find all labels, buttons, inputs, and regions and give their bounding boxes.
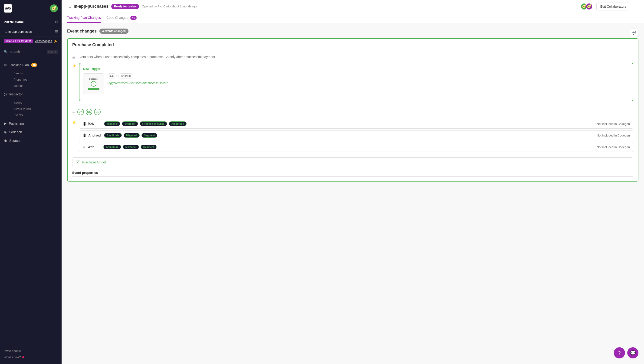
- review-badge-row: READY FOR REVIEW View changes ➤: [0, 36, 62, 47]
- publishing-label: Publishing: [9, 122, 24, 125]
- source-tag-segment-ios: Segment: [122, 122, 138, 126]
- sidebar-item-tracking-plan[interactable]: ⊕ Tracking Plan 18: [0, 60, 62, 69]
- source-tag-segment-web: Segment: [141, 144, 157, 149]
- sidebar-item-events[interactable]: Events: [10, 70, 62, 76]
- sources-icon: ◉: [4, 138, 7, 143]
- sidebar-item-inspector-events[interactable]: Events: [10, 112, 62, 118]
- main-panel: ⌥ in-app-purchases Ready for review Open…: [62, 0, 644, 364]
- more-options-button[interactable]: ⋮: [634, 4, 638, 9]
- ios-device-icon: 📱: [83, 122, 86, 126]
- event-properties-label: Event properties: [72, 171, 633, 174]
- view-changes-button[interactable]: View changes: [35, 40, 52, 43]
- sidebar-item-publishing[interactable]: ▶ Publishing: [0, 119, 62, 128]
- inspector-icon: ◎: [4, 92, 7, 96]
- tabs-bar: Tracking Plan Changes Code Changes 41: [62, 13, 644, 23]
- codegen-label: Codegen: [9, 130, 22, 134]
- source-tag-amplitude-ios: Amplitude: [169, 122, 187, 126]
- source-tag-firebase-ios: Firebase analytics: [140, 122, 167, 126]
- avatar-2: 🥑: [586, 3, 593, 10]
- pr-title: in-app-purchases: [74, 4, 109, 9]
- search-bar[interactable]: 🔍 Search cmd+k: [0, 47, 62, 57]
- branch-menu-icon[interactable]: ☰: [55, 30, 58, 34]
- funnel-name: Purchase funnel: [82, 160, 106, 164]
- arrow-indicator-icon: ➤: [54, 38, 58, 44]
- event-card-header: Purchase Completed: [68, 39, 638, 51]
- sidebar-logo: avo: [4, 4, 12, 12]
- sidebar-item-saved-views[interactable]: Saved Views: [10, 106, 62, 112]
- review-badge: READY FOR REVIEW: [4, 39, 33, 43]
- sources-label: Sources: [9, 139, 21, 142]
- source-row-ios: 📱 iOS Mixpanel Segment Firebase analytic…: [79, 119, 633, 128]
- tag-de: DE: [94, 109, 101, 115]
- sources-section-icon: ⭐: [72, 120, 76, 124]
- events-count-badge: 4 events changed: [99, 28, 129, 34]
- pr-meta: Opened by Avo Cado about 1 month ago: [142, 5, 197, 8]
- trigger-platforms: iOS Android: [107, 73, 168, 78]
- comment-panel-button[interactable]: 💬: [630, 28, 638, 37]
- sidebar-item-inspector[interactable]: ◎ Inspector: [0, 90, 62, 98]
- description-icon: ☰: [72, 56, 75, 59]
- platform-ios: iOS: [107, 73, 117, 78]
- collaborators-avatars: 🥑 🥑: [580, 3, 593, 10]
- tracking-plan-badge: 18: [31, 63, 37, 67]
- web-device-icon: 🖥: [83, 145, 86, 149]
- source-row-android: 📱 Android Amplitude Mixpanel Segment Not…: [79, 130, 633, 140]
- source-tag-amplitude-web: Amplitude: [103, 144, 121, 149]
- main-content: Event changes 4 events changed 💬 Purchas…: [62, 23, 644, 364]
- workspace-row[interactable]: Puzzle Game ⚙: [0, 17, 62, 27]
- source-tag-segment-android: Segment: [142, 133, 157, 138]
- codegen-status-ios: Not included in Codegen: [597, 122, 630, 126]
- search-placeholder: Search: [10, 50, 45, 54]
- fab-group: ? 💬: [614, 347, 638, 358]
- sidebar-item-issues[interactable]: Issues: [10, 99, 62, 106]
- invite-people-button[interactable]: Invite people: [4, 348, 58, 354]
- source-tag-mixpanel-web: Mixpanel: [123, 144, 139, 149]
- trigger-description: Triggered when user sees our success scr…: [107, 81, 168, 85]
- sidebar-top: avo 🥑: [0, 0, 62, 17]
- tab-code-changes[interactable]: Code Changes 41: [106, 13, 137, 23]
- header-left: ⌥ in-app-purchases Ready for review Open…: [67, 4, 197, 9]
- user-avatar: 🥑: [50, 4, 58, 12]
- trigger-section: New Trigger Success! ✓ iOS Android: [79, 63, 633, 101]
- tab-tracking-plan-changes[interactable]: Tracking Plan Changes: [67, 13, 101, 23]
- header-right: 🥑 🥑 Edit Collaborators ⋮: [580, 2, 638, 10]
- source-row-web: 🖥 Web Amplitude Mixpanel Segment Not inc…: [79, 142, 633, 152]
- tracking-plan-subnav: Events Properties Metrics: [0, 69, 62, 90]
- source-tag-mixpanel-ios: Mixpanel: [104, 122, 120, 126]
- whats-new-button[interactable]: What's new?: [4, 354, 58, 360]
- codegen-icon: ◈: [4, 130, 7, 134]
- help-fab-button[interactable]: ?: [614, 347, 625, 358]
- codegen-status-android: Not included in Codegen: [597, 134, 630, 137]
- chat-fab-button[interactable]: 💬: [627, 347, 638, 358]
- nav-section: ⊕ Tracking Plan 18 Events Properties Met…: [0, 57, 62, 148]
- source-platform-android: Android: [88, 134, 102, 137]
- trigger-section-icon: ⚡: [72, 64, 76, 68]
- source-platform-web: Web: [88, 145, 102, 149]
- trigger-label: New Trigger: [83, 67, 629, 70]
- inspector-label: Inspector: [9, 92, 23, 96]
- platform-android: Android: [119, 73, 133, 78]
- search-icon: 🔍: [4, 50, 8, 54]
- gear-icon[interactable]: ⚙: [55, 20, 58, 24]
- codegen-status-web: Not included in Codegen: [597, 145, 630, 149]
- sidebar-item-sources[interactable]: ◉ Sources: [0, 136, 62, 145]
- sidebar-item-properties[interactable]: Properties: [10, 76, 62, 83]
- funnel-checkbox[interactable]: ✓: [76, 160, 80, 164]
- inspector-subnav: Issues Saved Views Events: [0, 98, 62, 119]
- sidebar-bottom: Invite people What's new?: [0, 344, 62, 364]
- tag-us: US: [86, 109, 92, 115]
- sidebar-item-codegen[interactable]: ◈ Codegen: [0, 128, 62, 136]
- event-card-body: ☰ Event sent when a user successfully co…: [68, 51, 638, 181]
- edit-collaborators-button[interactable]: Edit Collaborators: [596, 2, 630, 10]
- section-header: Event changes 4 events changed: [67, 28, 638, 34]
- android-device-icon: 📱: [83, 134, 86, 137]
- workspace-name: Puzzle Game: [4, 20, 24, 24]
- event-description: ☰ Event sent when a user successfully co…: [72, 55, 633, 59]
- notification-dot: [22, 356, 24, 358]
- branch-name: ⌥ in-app-purchases: [4, 30, 32, 34]
- tags-row: 🏷 UK US DE: [72, 109, 633, 115]
- branch-icon: ⌥: [4, 30, 7, 34]
- trigger-bar: [88, 88, 99, 90]
- pr-icon: ⌥: [67, 5, 71, 8]
- sidebar-item-metrics[interactable]: Metrics: [10, 83, 62, 89]
